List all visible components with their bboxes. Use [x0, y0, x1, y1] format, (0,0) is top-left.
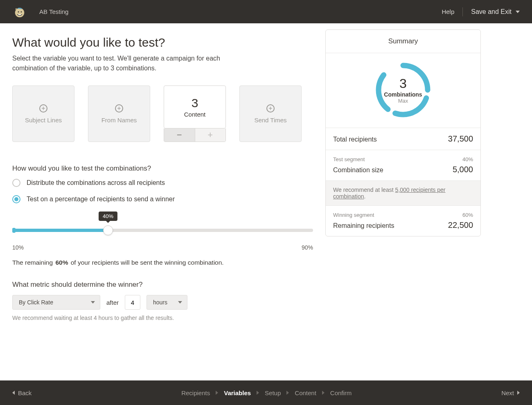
slider-min-label: 10%: [12, 244, 24, 251]
chevron-right-icon: [257, 391, 259, 395]
metric-hint: We recommend waiting at least 4 hours to…: [12, 315, 313, 321]
card-from-names[interactable]: + From Names: [88, 86, 150, 142]
total-recipients-label: Total recipients: [333, 136, 377, 143]
slider-handle[interactable]: [103, 225, 113, 235]
total-recipients-value: 37,500: [448, 134, 473, 144]
step-confirm[interactable]: Confirm: [330, 389, 352, 396]
donut-label: Combinations: [384, 91, 422, 98]
main-subheading: Select the variable you want to test. We…: [12, 54, 246, 73]
step-content[interactable]: Content: [295, 389, 316, 396]
svg-point-1: [18, 11, 19, 12]
svg-point-2: [21, 11, 22, 12]
main-heading: What would you like to test?: [12, 36, 313, 50]
radio-label: Test on a percentage of recipients to se…: [27, 196, 175, 203]
mailchimp-logo[interactable]: [8, 5, 31, 18]
card-subject-lines[interactable]: + Subject Lines: [12, 86, 74, 142]
back-label: Back: [18, 389, 32, 396]
card-count: 3: [192, 96, 198, 110]
chevron-left-icon: [12, 391, 15, 395]
step-setup[interactable]: Setup: [265, 389, 281, 396]
slider-tooltip: 40%: [99, 212, 117, 221]
unit-select[interactable]: hours: [147, 295, 187, 310]
donut-number: 3: [399, 76, 407, 91]
back-button[interactable]: Back: [12, 389, 32, 396]
combo-size-label: Combination size: [333, 166, 383, 174]
help-link[interactable]: Help: [442, 8, 454, 15]
card-label: Content: [184, 111, 206, 118]
save-exit-label: Save and Exit: [471, 8, 512, 16]
next-button[interactable]: Next: [501, 389, 520, 396]
remaining-pct: 60%: [54, 259, 69, 266]
next-label: Next: [501, 389, 514, 396]
radio-label: Distribute the combinations across all r…: [27, 179, 165, 187]
recommendation-row: We recommend at least 5,000 recipients p…: [326, 181, 480, 206]
decrement-button[interactable]: −: [164, 128, 195, 142]
plus-icon: +: [266, 104, 275, 112]
card-label: Send Times: [254, 117, 286, 124]
metric-select-value: By Click Rate: [19, 299, 53, 306]
page-title: AB Testing: [39, 8, 68, 15]
bottombar: Back Recipients Variables Setup Content …: [0, 380, 532, 405]
metric-select[interactable]: By Click Rate: [12, 295, 100, 310]
winning-segment-value: 60%: [462, 212, 473, 218]
card-content[interactable]: 3 Content: [164, 86, 226, 128]
combinations-donut: 3 Combinations Max: [374, 61, 432, 119]
breadcrumb: Recipients Variables Setup Content Confi…: [32, 389, 501, 396]
test-segment-label: Test segment: [333, 156, 365, 162]
chevron-down-icon: [178, 301, 182, 304]
topbar-divider: [462, 7, 463, 16]
chevron-right-icon: [286, 391, 289, 395]
card-label: From Names: [101, 117, 137, 124]
remaining-recipients-value: 22,500: [448, 220, 473, 230]
chevron-down-icon: [516, 11, 520, 13]
step-variables[interactable]: Variables: [224, 389, 251, 396]
remaining-recipients-label: Remaining recipients: [333, 222, 394, 230]
percentage-slider[interactable]: 40%: [12, 212, 313, 238]
test-segment-value: 40%: [462, 156, 473, 162]
topbar: AB Testing Help Save and Exit: [0, 0, 532, 23]
donut-sub: Max: [398, 98, 408, 104]
chevron-down-icon: [91, 301, 95, 304]
card-label: Subject Lines: [25, 117, 62, 124]
summary-title: Summary: [326, 30, 480, 53]
card-send-times[interactable]: + Send Times: [239, 86, 302, 142]
radio-distribute-all[interactable]: Distribute the combinations across all r…: [12, 179, 313, 187]
combo-size-value: 5,000: [453, 165, 473, 174]
chevron-right-icon: [322, 391, 325, 395]
chevron-right-icon: [216, 391, 218, 395]
radio-icon: [12, 179, 20, 187]
hours-input[interactable]: [125, 295, 140, 310]
winning-segment-label: Winning segment: [333, 212, 374, 218]
step-recipients[interactable]: Recipients: [181, 389, 210, 396]
plus-icon: +: [115, 104, 123, 112]
save-exit-button[interactable]: Save and Exit: [471, 8, 520, 16]
radio-test-percentage[interactable]: Test on a percentage of recipients to se…: [12, 195, 313, 203]
after-label: after: [106, 299, 119, 306]
summary-panel: Summary 3 Combinations Max Total recipie…: [325, 29, 481, 236]
plus-icon: +: [39, 104, 47, 112]
chevron-right-icon: [517, 391, 520, 395]
combinations-question: How would you like to test the combinati…: [12, 164, 313, 173]
metric-question: What metric should determine the winner?: [12, 281, 313, 289]
radio-icon: [12, 195, 20, 203]
count-stepper: − +: [164, 128, 226, 142]
variable-cards: + Subject Lines + From Names 3 Content −…: [12, 86, 313, 142]
slider-fill: [12, 229, 108, 232]
increment-button[interactable]: +: [195, 128, 226, 142]
unit-select-value: hours: [153, 299, 167, 306]
remaining-text: The remaining 60% of your recipients wil…: [12, 259, 313, 266]
slider-max-label: 90%: [302, 244, 313, 251]
